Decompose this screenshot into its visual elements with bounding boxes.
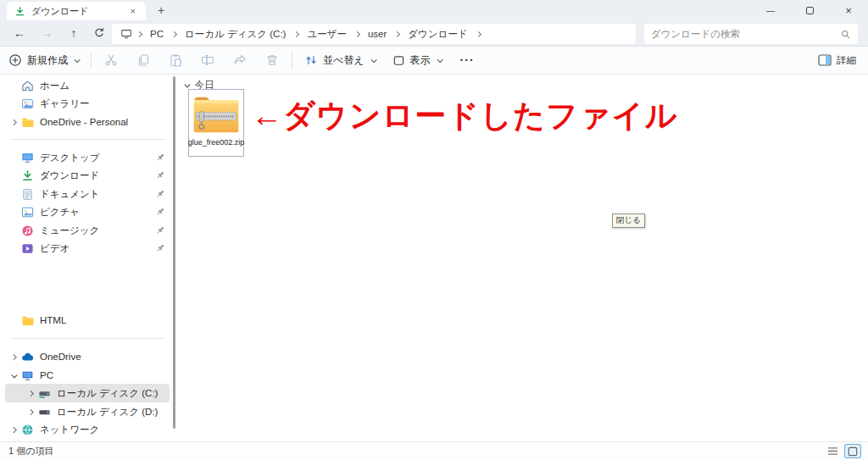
sidebar-item-onedrive-personal[interactable]: OneDrive - Personal <box>5 113 170 131</box>
search-icon <box>840 29 851 40</box>
close-button[interactable]: × <box>829 0 868 20</box>
minimize-button[interactable]: — <box>751 0 790 20</box>
tab-downloads[interactable]: ダウンロード × <box>7 2 146 20</box>
view-button-label: 表示 <box>410 53 431 68</box>
annotation-text: ←ダウンロードしたファイル <box>251 98 678 135</box>
command-toolbar: 新規作成 並べ替え <box>0 47 868 75</box>
desktop-icon <box>20 151 34 164</box>
new-tab-button[interactable]: + <box>153 2 170 19</box>
back-button[interactable]: ← <box>8 23 31 44</box>
sidebar-item-html[interactable]: HTML <box>5 311 170 330</box>
item-count-label: 1 個の項目 <box>8 445 53 457</box>
sidebar-divider <box>10 139 164 140</box>
details-view-button[interactable] <box>824 444 841 458</box>
details-pane-button[interactable]: 詳細 <box>818 54 868 67</box>
breadcrumb[interactable]: PC ローカル ディスク (C:) ユーザー user ダウンロード <box>112 24 636 44</box>
tab-close-icon[interactable]: × <box>128 6 138 17</box>
chevron-down-icon[interactable] <box>12 372 17 377</box>
sidebar-item-onedrive[interactable]: OneDrive <box>5 347 170 366</box>
pin-icon <box>155 152 166 163</box>
search-input[interactable] <box>651 29 840 39</box>
sidebar-item-desktop[interactable]: デスクトップ <box>5 148 170 167</box>
sidebar-item-network[interactable]: ネットワーク <box>5 420 170 439</box>
pin-icon <box>155 170 166 181</box>
sidebar-item-music[interactable]: ミュージック <box>5 221 170 240</box>
sidebar-item-downloads[interactable]: ダウンロード <box>5 166 170 185</box>
chevron-right-icon[interactable] <box>11 427 16 432</box>
pin-icon <box>155 189 166 200</box>
chevron-right-icon[interactable] <box>28 391 33 396</box>
window-controls: — × <box>751 0 868 20</box>
copy-button[interactable] <box>127 49 159 71</box>
sidebar-divider <box>10 338 164 339</box>
forward-button[interactable]: → <box>36 23 58 44</box>
breadcrumb-item-pc[interactable]: PC <box>150 29 164 39</box>
chevron-down-icon <box>370 57 376 63</box>
view-toggles <box>824 444 861 458</box>
zip-folder-icon <box>192 94 241 136</box>
delete-button[interactable] <box>256 49 288 71</box>
cloud-icon <box>20 350 34 363</box>
sidebar-item-pictures[interactable]: ピクチャ <box>5 202 170 221</box>
paste-button[interactable] <box>159 49 192 71</box>
breadcrumb-separator-icon <box>136 30 142 36</box>
file-tile-zip[interactable]: glue_free002.zip <box>188 89 244 157</box>
folder-icon <box>20 115 34 129</box>
search-box[interactable] <box>644 24 858 44</box>
download-icon <box>20 169 34 182</box>
breadcrumb-separator-icon <box>354 30 360 36</box>
sidebar-item-gallery[interactable]: ギャラリー <box>5 94 170 113</box>
gallery-icon <box>20 97 34 110</box>
sidebar-item-documents[interactable]: ドキュメント <box>5 185 170 203</box>
file-explorer-window: ダウンロード × + — × ← → ↑ PC ローカル ディスク (C:) ユ… <box>0 0 868 460</box>
sidebar-item-pc[interactable]: PC <box>5 366 170 385</box>
pin-icon <box>155 243 166 254</box>
pin-icon <box>155 225 166 236</box>
chevron-right-icon[interactable] <box>28 409 33 414</box>
music-icon <box>20 224 34 237</box>
breadcrumb-item-users[interactable]: ユーザー <box>307 28 347 41</box>
navigation-pane: ホーム ギャラリー OneDrive - Personal デスクトップ <box>0 75 176 441</box>
breadcrumb-item-disk-c[interactable]: ローカル ディスク (C:) <box>185 28 286 41</box>
chevron-down-icon <box>75 57 81 63</box>
details-pane-label: 詳細 <box>837 54 856 67</box>
file-name: glue_free002.zip <box>188 138 245 147</box>
view-button[interactable]: 表示 <box>384 53 450 68</box>
more-options-button[interactable]: ··· <box>450 53 485 67</box>
refresh-button[interactable] <box>88 23 110 44</box>
home-icon <box>20 79 34 92</box>
cut-button[interactable] <box>95 49 127 71</box>
rename-button[interactable] <box>192 49 224 71</box>
maximize-button[interactable] <box>790 0 829 20</box>
details-pane-icon <box>818 54 832 66</box>
new-button[interactable]: 新規作成 <box>0 53 87 68</box>
chevron-right-icon[interactable] <box>11 119 16 125</box>
navigation-bar: ← → ↑ PC ローカル ディスク (C:) ユーザー user ダウンロード <box>0 20 868 47</box>
breadcrumb-item-user[interactable]: user <box>368 29 387 39</box>
toolbar-divider <box>292 52 292 69</box>
breadcrumb-item-downloads[interactable]: ダウンロード <box>408 28 467 41</box>
sidebar-item-home[interactable]: ホーム <box>5 76 170 95</box>
sort-button[interactable]: 並べ替え <box>296 53 384 68</box>
maximize-icon <box>806 7 814 14</box>
download-icon <box>14 6 25 17</box>
breadcrumb-separator-icon <box>476 30 481 36</box>
toolbar-divider <box>91 52 92 69</box>
this-pc-icon <box>120 28 132 40</box>
folder-icon <box>20 313 34 327</box>
large-icons-view-button[interactable] <box>844 444 861 458</box>
sidebar-item-disk-c[interactable]: ローカル ディスク (C:) <box>5 384 170 402</box>
breadcrumb-separator-icon <box>293 30 299 36</box>
chevron-right-icon[interactable] <box>11 354 16 359</box>
drive-icon <box>37 405 51 418</box>
share-button[interactable] <box>224 49 256 71</box>
breadcrumb-separator-icon <box>171 30 177 36</box>
sidebar-item-disk-d[interactable]: ローカル ディスク (D:) <box>5 402 170 421</box>
file-list-area: 今日 <box>176 75 868 441</box>
sidebar-scrollbar[interactable] <box>173 76 175 429</box>
sidebar-item-videos[interactable]: ビデオ <box>5 239 170 258</box>
pc-icon <box>20 369 34 382</box>
chevron-down-icon <box>437 57 442 63</box>
sort-arrows-icon <box>304 53 318 67</box>
up-button[interactable]: ↑ <box>63 23 85 44</box>
